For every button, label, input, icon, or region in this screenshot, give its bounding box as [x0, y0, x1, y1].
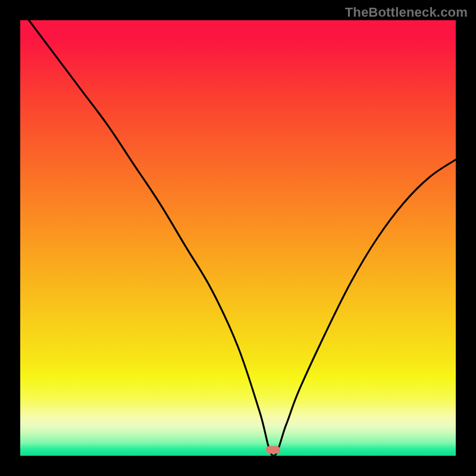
- chart-frame: [20, 20, 456, 456]
- bottleneck-curve: [29, 20, 456, 456]
- chart-svg: [20, 20, 456, 456]
- watermark-text: TheBottleneck.com: [345, 5, 468, 20]
- optimal-marker: [266, 446, 280, 453]
